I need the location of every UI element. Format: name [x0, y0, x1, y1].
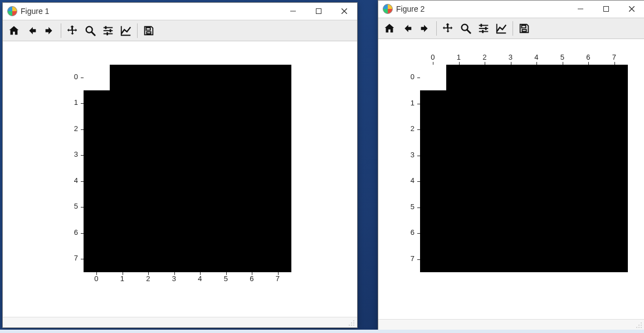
titlebar[interactable]: Figure 2 — [378, 1, 644, 18]
y-tick-label: 0 — [74, 73, 78, 81]
heatmap-cell — [239, 65, 265, 91]
pan-button[interactable] — [64, 22, 81, 39]
heatmap-cell — [135, 90, 162, 117]
y-tick-label: 5 — [411, 202, 414, 211]
subplots-button[interactable] — [475, 20, 492, 37]
zoom-button[interactable] — [82, 22, 99, 39]
svg-rect-29 — [482, 30, 484, 33]
heatmap-cell — [472, 246, 498, 272]
plot-canvas[interactable]: 0123456701234567 — [3, 41, 357, 317]
x-tick-mark — [588, 62, 589, 65]
x-tick-label: 7 — [612, 53, 616, 61]
heatmap-cell — [265, 65, 291, 91]
home-icon — [8, 25, 20, 37]
y-tick-label: 6 — [74, 228, 78, 237]
svg-rect-19 — [604, 7, 609, 12]
heatmap-cell — [110, 65, 136, 91]
home-button[interactable] — [381, 20, 398, 37]
maximize-button[interactable] — [306, 3, 331, 20]
maximize-button[interactable] — [593, 1, 619, 17]
heatmap-cell — [84, 117, 110, 143]
heatmap-cell — [446, 142, 472, 168]
heatmap-cell — [446, 117, 472, 143]
heatmap-cell — [213, 246, 240, 272]
heatmap-cell — [187, 168, 213, 195]
titlebar[interactable]: Figure 1 — [3, 3, 357, 20]
heatmap-cell — [213, 90, 240, 117]
home-button[interactable] — [6, 22, 22, 39]
heatmap-cell — [239, 117, 265, 143]
heatmap-cell — [162, 65, 188, 91]
heatmap-cell — [265, 117, 291, 143]
heatmap-cell — [84, 220, 110, 247]
heatmap-cell — [575, 90, 602, 117]
forward-button[interactable] — [417, 20, 433, 37]
y-tick-mark — [81, 207, 84, 207]
heatmap-cell — [239, 246, 265, 272]
svg-rect-27 — [481, 24, 482, 27]
close-button[interactable] — [619, 1, 644, 17]
resize-grip-icon[interactable] — [347, 318, 355, 326]
heatmap-cell — [213, 194, 240, 220]
subplots-button[interactable] — [100, 22, 116, 39]
arrow-right-icon — [43, 25, 56, 37]
y-tick-label: 3 — [411, 151, 414, 159]
heatmap-plot-2: 0123456701234567 — [420, 65, 627, 272]
minimize-button[interactable] — [280, 3, 306, 20]
x-tick-mark — [226, 272, 227, 275]
y-tick-label: 4 — [74, 176, 78, 185]
x-tick-mark — [433, 62, 433, 65]
heatmap-cell — [265, 246, 291, 272]
x-tick-label: 1 — [120, 274, 124, 283]
heatmap-cell — [524, 65, 550, 91]
svg-point-34 — [638, 325, 640, 326]
y-tick-label: 1 — [74, 98, 78, 107]
matplotlib-icon — [383, 4, 393, 14]
heatmap-cell — [550, 142, 576, 168]
heatmap-cell — [265, 142, 291, 168]
forward-button[interactable] — [41, 22, 58, 39]
x-tick-mark — [536, 62, 537, 65]
heatmap-cell — [575, 194, 602, 220]
x-tick-label: 0 — [94, 274, 98, 283]
x-tick-mark — [174, 272, 175, 275]
heatmap-cell — [213, 168, 240, 195]
save-button[interactable] — [140, 22, 157, 39]
y-tick-mark — [417, 181, 420, 182]
toolbar-separator — [61, 23, 61, 38]
magnifier-icon — [84, 25, 96, 37]
close-button[interactable] — [331, 3, 357, 20]
magnifier-icon — [460, 22, 472, 35]
heatmap-cell — [162, 168, 188, 195]
heatmap-cell — [187, 90, 213, 117]
edit-button[interactable] — [118, 22, 134, 39]
svg-point-12 — [353, 325, 354, 326]
save-button[interactable] — [516, 20, 533, 37]
svg-point-15 — [349, 325, 350, 326]
heatmap-cell — [550, 194, 576, 220]
heatmap-cell — [84, 246, 110, 272]
zoom-button[interactable] — [457, 20, 474, 37]
resize-grip-icon[interactable] — [635, 321, 642, 329]
svg-point-35 — [641, 322, 642, 324]
y-tick-mark — [417, 259, 420, 260]
back-button[interactable] — [399, 20, 416, 37]
back-button[interactable] — [23, 22, 40, 39]
heatmap-cell — [135, 65, 162, 91]
x-tick-mark — [614, 62, 615, 65]
heatmap-cell — [162, 90, 188, 117]
heatmap-cell — [524, 220, 550, 247]
sliders-icon — [102, 25, 114, 37]
y-tick-label: 2 — [411, 124, 414, 133]
edit-button[interactable] — [493, 20, 510, 37]
y-tick-mark — [81, 103, 84, 104]
heatmap-cell — [135, 142, 162, 168]
heatmap-cell — [602, 142, 628, 168]
heatmap-cell — [110, 220, 136, 247]
pan-button[interactable] — [440, 20, 456, 37]
home-icon — [383, 22, 396, 35]
heatmap-cell — [265, 220, 291, 247]
heatmap-cell — [84, 90, 110, 117]
minimize-button[interactable] — [568, 1, 593, 17]
plot-canvas[interactable]: 0123456701234567 — [378, 39, 644, 319]
